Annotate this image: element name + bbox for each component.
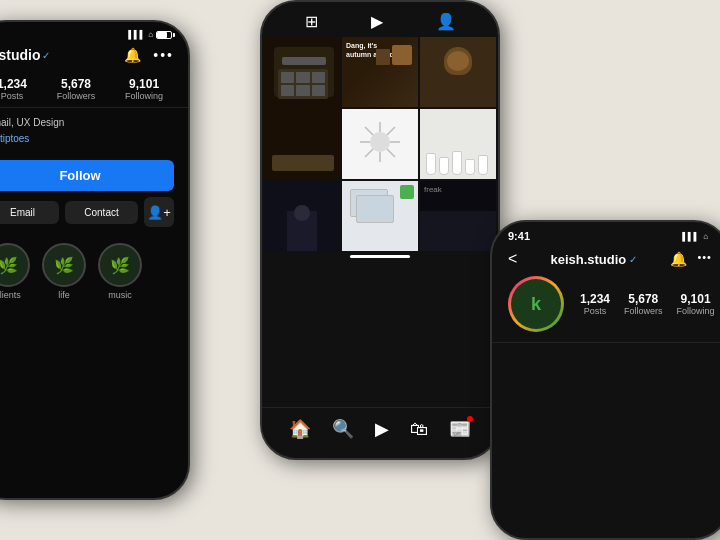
highlight-life-circle: 🌿 xyxy=(42,243,86,287)
right-status-icons: ▌▌▌ ⌂ xyxy=(682,232,712,241)
bio-line1: Email, UX Design xyxy=(0,116,174,130)
add-person-button[interactable]: 👤+ xyxy=(144,197,174,227)
right-divider xyxy=(492,342,720,343)
right-followers-label: Followers xyxy=(624,306,663,316)
highlight-music-circle: 🌿 xyxy=(98,243,142,287)
highlight-music-label: music xyxy=(98,290,142,300)
notification-dot xyxy=(467,416,473,422)
svg-line-8 xyxy=(365,149,373,157)
right-time: 9:41 xyxy=(508,230,530,242)
center-top-nav: ⊞ ▶ 👤 xyxy=(262,2,498,37)
left-bio: Email, UX Design curtiptoes xyxy=(0,108,188,154)
right-following-label: Following xyxy=(677,306,715,316)
more-icon[interactable]: ••• xyxy=(153,47,174,63)
right-status-bar: 9:41 ▌▌▌ ⌂ xyxy=(492,222,720,246)
posts-label: Posts xyxy=(0,91,27,101)
right-stat-posts: 1,234 Posts xyxy=(580,292,610,316)
home-nav-icon[interactable]: 🏠 xyxy=(289,418,311,440)
svg-line-5 xyxy=(365,127,373,135)
avatar-logo: k xyxy=(511,279,561,329)
right-followers-count: 5,678 xyxy=(624,292,663,306)
grid-item-4[interactable] xyxy=(342,109,418,179)
tagged-icon[interactable]: 👤 xyxy=(436,12,456,31)
grid-item-8[interactable]: freak xyxy=(420,181,496,251)
right-wifi-icon: ⌂ xyxy=(703,232,708,241)
signal-icon: ▌▌▌ xyxy=(128,30,145,39)
right-posts-count: 1,234 xyxy=(580,292,610,306)
reels-nav-icon[interactable]: ▶ xyxy=(375,418,389,440)
left-action-row: Email Contact 👤+ xyxy=(0,197,188,235)
left-verified-badge: ✓ xyxy=(42,50,50,61)
center-phone: ⊞ ▶ 👤 Dang, it'sautumn already? xyxy=(260,0,500,460)
shop-nav-icon[interactable]: 🛍 xyxy=(410,419,428,440)
left-stat-posts: 1,234 Posts xyxy=(0,77,27,101)
grid-item-2[interactable]: Dang, it'sautumn already? xyxy=(342,37,418,107)
back-button[interactable]: < xyxy=(508,250,517,268)
followers-count: 5,678 xyxy=(57,77,96,91)
left-status-bar: ▌▌▌ ⌂ xyxy=(0,22,188,43)
right-stats: 1,234 Posts 5,678 Followers 9,101 Follow… xyxy=(580,292,715,316)
battery-icon xyxy=(156,31,172,39)
left-stat-followers: 5,678 Followers xyxy=(57,77,96,101)
left-stat-following: 9,101 Following xyxy=(125,77,163,101)
left-profile-header: n.studio ✓ 🔔 ••• xyxy=(0,43,188,71)
highlight-life-label: life xyxy=(42,290,86,300)
email-button[interactable]: Email xyxy=(0,201,59,224)
right-profile-header: < keish.studio ✓ 🔔 ••• xyxy=(492,246,720,276)
highlight-life[interactable]: 🌿 life xyxy=(42,243,86,300)
left-profile-icons: 🔔 ••• xyxy=(124,47,174,63)
highlight-clients[interactable]: 🌿 clients xyxy=(0,243,30,300)
right-stat-followers: 5,678 Followers xyxy=(624,292,663,316)
svg-line-7 xyxy=(387,127,395,135)
right-signal-icon: ▌▌▌ xyxy=(682,232,699,241)
center-image-grid: Dang, it'sautumn already? xyxy=(262,37,498,251)
grid-item-6[interactable] xyxy=(264,181,340,251)
grid-item-5[interactable] xyxy=(420,109,496,179)
add-person-icon: 👤+ xyxy=(147,205,171,220)
followers-label: Followers xyxy=(57,91,96,101)
right-following-count: 9,101 xyxy=(677,292,715,306)
left-highlights: 🌿 clients 🌿 life 🌿 music xyxy=(0,235,188,308)
left-stats-row: 1,234 Posts 5,678 Followers 9,101 Follow… xyxy=(0,71,188,108)
right-username: keish.studio xyxy=(550,252,626,267)
home-indicator xyxy=(350,255,410,258)
following-count: 9,101 xyxy=(125,77,163,91)
right-avatar[interactable]: k xyxy=(508,276,564,332)
center-bottom-nav: 🏠 🔍 ▶ 🛍 📰 xyxy=(262,407,498,446)
contact-button[interactable]: Contact xyxy=(65,201,138,224)
grid-item-1[interactable] xyxy=(264,37,340,179)
left-username: n.studio xyxy=(0,47,40,63)
right-more-icon[interactable]: ••• xyxy=(697,251,712,267)
reels-icon[interactable]: ▶ xyxy=(371,12,383,31)
highlight-clients-label: clients xyxy=(0,290,30,300)
search-nav-icon[interactable]: 🔍 xyxy=(332,418,354,440)
follow-button[interactable]: Follow xyxy=(0,160,174,191)
grid-item-3[interactable] xyxy=(420,37,496,107)
posts-count: 1,234 xyxy=(0,77,27,91)
svg-line-6 xyxy=(387,149,395,157)
right-profile-row: k 1,234 Posts 5,678 Followers 9,101 Foll… xyxy=(492,276,720,342)
right-bell-icon[interactable]: 🔔 xyxy=(670,251,687,267)
right-phone: 9:41 ▌▌▌ ⌂ < keish.studio ✓ 🔔 ••• k xyxy=(490,220,720,540)
right-verified-badge: ✓ xyxy=(629,254,637,265)
right-posts-label: Posts xyxy=(580,306,610,316)
profile-nav-icon[interactable]: 📰 xyxy=(449,418,471,440)
bio-link[interactable]: curtiptoes xyxy=(0,132,174,146)
freak-label: freak xyxy=(424,185,442,194)
grid-item-7[interactable] xyxy=(342,181,418,251)
highlight-music[interactable]: 🌿 music xyxy=(98,243,142,300)
following-label: Following xyxy=(125,91,163,101)
right-header-icons: 🔔 ••• xyxy=(670,251,712,267)
wifi-icon: ⌂ xyxy=(148,30,153,39)
left-phone: ▌▌▌ ⌂ n.studio ✓ 🔔 ••• 1,234 Posts 5,678… xyxy=(0,20,190,500)
grid-icon[interactable]: ⊞ xyxy=(305,12,318,31)
highlight-clients-circle: 🌿 xyxy=(0,243,30,287)
left-status-icons: ▌▌▌ ⌂ xyxy=(128,30,172,39)
right-stat-following: 9,101 Following xyxy=(677,292,715,316)
bell-icon[interactable]: 🔔 xyxy=(124,47,141,63)
